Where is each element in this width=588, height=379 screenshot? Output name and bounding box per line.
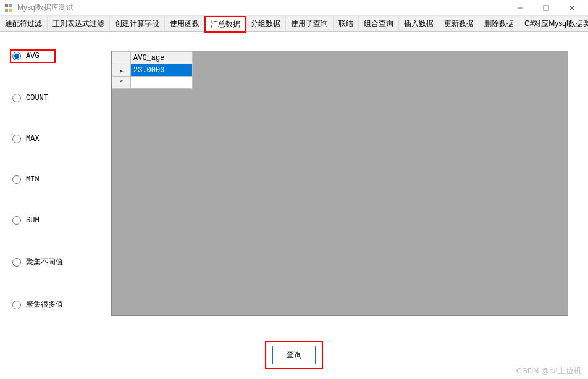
radio-sum-label: SUM	[26, 216, 40, 225]
radio-min[interactable]	[12, 175, 21, 184]
datagrid-panel: AVG_age 23.0000 *	[111, 51, 568, 316]
svg-rect-3	[9, 9, 12, 12]
tab-insert-data[interactable]: 插入数据	[399, 16, 439, 31]
svg-rect-1	[9, 4, 12, 7]
sidebar: AVG COUNT MAX MIN SUM 聚集不同值 聚集很多值	[0, 32, 111, 379]
datagrid-cell-empty[interactable]	[131, 77, 193, 89]
tab-subquery[interactable]: 使用子查询	[286, 16, 334, 31]
radio-min-row: MIN	[12, 175, 111, 184]
datagrid-header-row: AVG_age	[112, 52, 193, 64]
tabstrip: 通配符过滤 正则表达式过滤 创建计算字段 使用函数 汇总数据 分组数据 使用子查…	[0, 16, 588, 32]
radio-agg-distinct-row: 聚集不同值	[12, 257, 111, 267]
radio-max-label: MAX	[26, 135, 40, 143]
radio-agg-many-label: 聚集很多值	[26, 299, 63, 310]
tab-aggregate-data[interactable]: 汇总数据	[205, 17, 246, 32]
datagrid[interactable]: AVG_age 23.0000 *	[112, 51, 193, 89]
query-button[interactable]: 查询	[272, 346, 316, 364]
radio-agg-many-row: 聚集很多值	[12, 299, 111, 310]
table-row-new[interactable]: *	[112, 77, 193, 89]
query-button-highlight: 查询	[266, 342, 322, 368]
radio-count-label: COUNT	[26, 94, 48, 102]
radio-count-row: COUNT	[12, 94, 111, 102]
datagrid-corner-cell[interactable]	[112, 52, 131, 64]
radio-avg-label: AVG	[26, 52, 40, 60]
maximize-button[interactable]	[534, 1, 558, 15]
tab-csharp-mysql-types[interactable]: C#对应Mysql数据类型	[519, 16, 588, 31]
radio-sum[interactable]	[12, 216, 21, 225]
tab-union-query[interactable]: 组合查询	[359, 16, 399, 31]
tab-group-data[interactable]: 分组数据	[246, 16, 286, 31]
tab-use-functions[interactable]: 使用函数	[165, 16, 205, 31]
tab-join[interactable]: 联结	[334, 16, 359, 31]
radio-avg[interactable]	[12, 52, 21, 60]
radio-min-label: MIN	[26, 175, 40, 184]
content-area: AVG COUNT MAX MIN SUM 聚集不同值 聚集很多值	[0, 32, 588, 379]
radio-avg-row: AVG	[12, 51, 111, 62]
radio-max-row: MAX	[12, 135, 111, 143]
app-icon	[4, 3, 14, 13]
table-row[interactable]: 23.0000	[112, 64, 193, 77]
radio-sum-row: SUM	[12, 216, 111, 225]
tab-delete-data[interactable]: 删除数据	[479, 16, 519, 31]
radio-count[interactable]	[12, 94, 21, 102]
window-controls	[508, 1, 584, 15]
tab-computed-fields[interactable]: 创建计算字段	[110, 16, 165, 31]
datagrid-column-header[interactable]: AVG_age	[131, 52, 193, 64]
titlebar: Mysql数据库测试	[0, 0, 588, 16]
window-title: Mysql数据库测试	[17, 2, 74, 13]
close-button[interactable]	[560, 1, 584, 15]
svg-rect-5	[544, 6, 548, 10]
svg-rect-2	[5, 9, 8, 12]
radio-agg-many[interactable]	[12, 301, 21, 309]
tab-wildcard-filter[interactable]: 通配符过滤	[0, 16, 48, 31]
new-row-marker[interactable]: *	[112, 77, 131, 89]
datagrid-cell-value[interactable]: 23.0000	[131, 64, 193, 77]
minimize-button[interactable]	[508, 1, 532, 15]
svg-rect-0	[5, 4, 8, 7]
radio-agg-distinct-label: 聚集不同值	[26, 257, 63, 267]
radio-agg-distinct[interactable]	[12, 258, 21, 267]
watermark-text: CSDN @c#上位机	[516, 365, 582, 377]
tab-update-data[interactable]: 更新数据	[439, 16, 479, 31]
tab-regex-filter[interactable]: 正则表达式过滤	[48, 16, 110, 31]
radio-max[interactable]	[12, 135, 21, 143]
row-selector-icon[interactable]	[112, 64, 131, 77]
main-area: AVG_age 23.0000 *	[111, 32, 588, 379]
